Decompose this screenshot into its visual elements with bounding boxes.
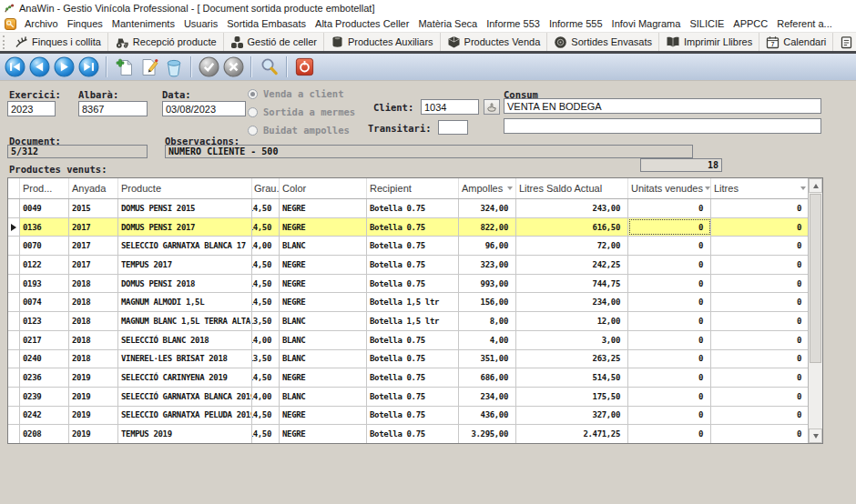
menu-item-alta-productes-celler[interactable]: Alta Productes Celler xyxy=(311,18,413,29)
table-row[interactable]: 00492015DOMUS PENSI 201514,50NEGREBotell… xyxy=(8,199,808,218)
menu-item-manteniments[interactable]: Manteniments xyxy=(107,18,179,29)
table-cell: 0122 xyxy=(20,256,69,274)
column-header-grau[interactable]: Grau... xyxy=(252,178,280,198)
quickbar-item-recepci-producte[interactable]: Recepció producte xyxy=(108,33,224,51)
quickbar-item-imprimir-llibres[interactable]: Imprimir Llibres xyxy=(659,33,759,51)
quickbar-item-productes-venda[interactable]: Productes Venda xyxy=(441,33,548,51)
consum-input[interactable]: VENTA EN BODEGA xyxy=(504,98,821,114)
quickbar-item-sortides-envasats[interactable]: Sortides Envasats xyxy=(547,33,659,51)
data-input[interactable]: 03/08/2023 xyxy=(162,101,246,116)
table-cell: 0 xyxy=(711,218,808,237)
table-row[interactable]: 02402018VINEREL·LES BRISAT 201813,50BLAN… xyxy=(8,350,808,369)
menu-item-usuaris[interactable]: Usuaris xyxy=(179,18,222,29)
column-header-prod[interactable]: Prod... xyxy=(20,178,69,198)
quickbar-item-calendari[interactable]: 7Calendari xyxy=(759,33,833,51)
table-cell: 3,00 xyxy=(516,331,628,349)
search-button[interactable] xyxy=(257,55,281,79)
delete-record-button[interactable] xyxy=(161,55,186,79)
table-cell: 0 xyxy=(628,331,711,349)
document-input[interactable]: 5/312 xyxy=(7,145,148,158)
table-cell: 0 xyxy=(628,218,711,237)
table-cell: 744,75 xyxy=(516,275,628,293)
cancel-button[interactable] xyxy=(221,55,246,79)
table-row[interactable]: 02392019SELECCIÓ GARNATXA BLANCA 201914,… xyxy=(8,388,808,407)
column-header-recipient[interactable]: Recipient xyxy=(367,178,459,198)
client-label: Client: xyxy=(373,102,413,113)
observacions-input[interactable]: NUMERO CLIENTE - 500 xyxy=(165,145,693,158)
toolbar-grip[interactable] xyxy=(3,35,5,49)
row-marker-header xyxy=(8,178,20,198)
table-cell: SELECCIO GARNATXA PELUDA 2019 xyxy=(118,407,252,425)
menu-item-infovi-magrama[interactable]: Infovi Magrama xyxy=(607,18,686,29)
column-header-litres[interactable]: Litres xyxy=(711,178,808,198)
table-cell: Botella 0.75 xyxy=(367,275,459,293)
menu-item-mat-ria-seca[interactable]: Matèria Seca xyxy=(413,18,482,29)
toolbar-divider xyxy=(286,56,288,77)
table-cell: SELECCIO GARNATXA BLANCA 17 xyxy=(118,237,252,255)
table-row[interactable]: 00742018MAGNUM ALMODI 1,5L14,50NEGREBote… xyxy=(8,293,808,312)
table-row[interactable]: 01222017TEMPUS 201714,50NEGREBotella 0.7… xyxy=(8,256,808,275)
table-row[interactable]: 02172018SELECCIÓ BLANC 201814,00BLANCBot… xyxy=(8,331,808,350)
menu-item-silicie[interactable]: SILICIE xyxy=(685,18,729,29)
exercici-input[interactable]: 2023 xyxy=(7,101,56,116)
column-header-unitats-venudes[interactable]: Unitats venudes xyxy=(628,178,711,198)
column-header-ampolles[interactable]: Ampolles xyxy=(459,178,516,198)
table-cell: NEGRE xyxy=(280,199,367,217)
edit-record-button[interactable] xyxy=(137,55,161,79)
quickbar-item-notes[interactable]: Notes xyxy=(833,33,856,51)
crate-icon xyxy=(447,35,461,49)
column-header-anyada[interactable]: Anyada xyxy=(69,178,118,198)
table-row[interactable]: 02422019SELECCIO GARNATXA PELUDA 201914,… xyxy=(8,407,808,426)
new-record-icon xyxy=(114,56,136,78)
table-cell: 0 xyxy=(628,368,711,387)
scroll-thumb[interactable] xyxy=(810,194,821,363)
table-cell: 0049 xyxy=(20,199,69,217)
nav-next-button[interactable] xyxy=(52,55,76,79)
table-row[interactable]: 02362019SELECCIÓ CARINYENA 201914,50NEGR… xyxy=(8,368,808,388)
table-row[interactable]: 01232018MAGNUM BLANC 1,5L TERRA ALTA13,5… xyxy=(8,312,808,331)
table-row[interactable]: 01932018DOMUS PENSI 201814,50NEGREBotell… xyxy=(8,275,808,294)
albara-input[interactable]: 8367 xyxy=(78,101,148,116)
vertical-scrollbar[interactable] xyxy=(808,178,822,443)
menu-item-informe-553[interactable]: Informe 553 xyxy=(482,18,545,29)
table-cell: 14,50 xyxy=(252,256,280,274)
table-cell: Botella 0.75 xyxy=(367,256,459,274)
nav-previous-button[interactable] xyxy=(27,55,52,79)
menu-item-informe-555[interactable]: Informe 555 xyxy=(545,18,607,29)
exit-button[interactable] xyxy=(292,55,317,79)
calendar-icon: 7 xyxy=(766,35,780,49)
table-row[interactable]: 01362017DOMUS PENSI 201714,50NEGREBotell… xyxy=(8,218,808,237)
menu-item-finques[interactable]: Finques xyxy=(63,18,107,29)
nav-last-button[interactable] xyxy=(76,55,101,79)
column-header-label: Anyada xyxy=(72,183,106,194)
quickbar-item-gesti-de-celler[interactable]: Gestió de celler xyxy=(224,33,324,51)
radio-option-sortida-a-mermes[interactable]: Sortida a mermes xyxy=(248,106,355,117)
table-cell: 0 xyxy=(628,388,711,406)
scroll-up-button[interactable] xyxy=(809,178,822,193)
nav-first-button[interactable] xyxy=(3,55,27,79)
table-row[interactable]: 02082019TEMPUS 201914,50NEGREBotella 0.7… xyxy=(8,425,808,443)
quickbar-item-finques-i-collita[interactable]: Finques i collita xyxy=(8,33,108,51)
consum-input-2[interactable] xyxy=(504,118,821,134)
menu-item-archivo[interactable]: Archivo xyxy=(20,18,63,29)
radio-option-venda-a-client[interactable]: Venda a client xyxy=(248,88,344,99)
transitari-input[interactable] xyxy=(438,120,468,135)
client-lookup-button[interactable] xyxy=(484,99,500,115)
orange-key-icon[interactable] xyxy=(5,18,16,30)
scroll-down-button[interactable] xyxy=(809,428,822,443)
radio-button-icon xyxy=(248,89,258,99)
table-row[interactable]: 00702017SELECCIO GARNATXA BLANCA 1714,00… xyxy=(8,237,808,256)
accept-button[interactable] xyxy=(197,55,221,79)
client-input[interactable]: 1034 xyxy=(421,99,479,115)
products-table-body: 00492015DOMUS PENSI 201514,50NEGREBotell… xyxy=(8,199,808,443)
scroll-track[interactable] xyxy=(809,193,822,428)
radio-option-buidat-ampolles[interactable]: Buidat ampolles xyxy=(248,125,350,136)
column-header-color[interactable]: Color xyxy=(280,178,367,198)
menu-item-appcc[interactable]: APPCC xyxy=(729,18,772,29)
quickbar-item-productes-auxiliars[interactable]: Productes Auxiliars xyxy=(324,33,441,51)
column-header-producte[interactable]: Producte xyxy=(118,178,252,198)
menu-item-referent-a[interactable]: Referent a... xyxy=(772,18,837,29)
menu-item-sortida-embasats[interactable]: Sortida Embasats xyxy=(222,18,311,29)
column-header-litres-saldo-actual[interactable]: Litres Saldo Actual xyxy=(516,178,628,198)
new-record-button[interactable] xyxy=(112,55,137,79)
